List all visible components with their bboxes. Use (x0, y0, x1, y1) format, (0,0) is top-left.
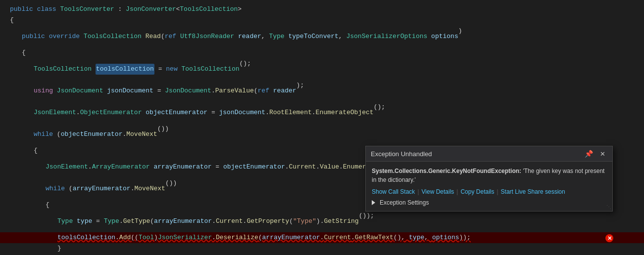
sep-1: | (417, 188, 419, 195)
exception-links: Show Call Stack | View Details | Copy De… (372, 188, 606, 195)
code-line-13: Type type = Type.GetType(arrayEnumerator… (0, 211, 644, 232)
exception-body: System.Collections.Generic.KeyNotFoundEx… (366, 162, 612, 211)
class-name: ToolsConverter (60, 4, 114, 15)
code-line-8: while (objectEnumerator.MoveNext()) (0, 124, 644, 145)
triangle-icon (372, 200, 375, 205)
base-class: JsonConverter (126, 4, 176, 15)
keyword-public: public (10, 4, 33, 15)
start-live-share-link[interactable]: Start Live Share session (501, 188, 565, 195)
generic: <ToolsCollection> (176, 4, 242, 15)
code-line-6: using JsonDocument jsonDocument = JsonDo… (0, 80, 644, 102)
show-call-stack-link[interactable]: Show Call Stack (372, 188, 415, 195)
exception-settings[interactable]: Exception Settings (372, 199, 606, 206)
code-line-15: } (0, 243, 644, 254)
exception-header: Exception Unhandled 📌 ✕ (366, 146, 612, 162)
exception-controls: 📌 ✕ (583, 149, 607, 158)
code-line-2: { (0, 15, 644, 26)
code-line-4: { (0, 47, 644, 58)
error-circle-icon: ✕ (605, 234, 613, 242)
sep-3: | (496, 188, 498, 195)
exception-popup: Exception Unhandled 📌 ✕ System.Collectio… (365, 146, 613, 212)
code-line-14: toolsCollection.Add((Tool)JsonSerializer… (0, 232, 644, 243)
code-line-5: ToolsCollection toolsCollection = new To… (0, 58, 644, 80)
code-line-3: public override ToolsCollection Read(ref… (0, 26, 644, 47)
exception-message: System.Collections.Generic.KeyNotFoundEx… (372, 167, 606, 184)
code-line-7: JsonElement.ObjectEnumerator objectEnume… (0, 102, 644, 124)
brace: { (22, 47, 26, 58)
code-line-1: public class ToolsConverter : JsonConver… (0, 4, 644, 15)
resize-dots-icon: ⋱ (606, 205, 611, 210)
pin-button[interactable]: 📌 (583, 149, 595, 158)
view-details-link[interactable]: View Details (422, 188, 454, 195)
code-editor: public class ToolsConverter : JsonConver… (0, 0, 644, 255)
exception-type: System.Collections.Generic.KeyNotFoundEx… (372, 168, 521, 174)
close-button[interactable]: ✕ (598, 150, 607, 158)
resize-handle[interactable]: ⋱ (606, 205, 612, 211)
exception-settings-label: Exception Settings (380, 199, 429, 206)
brace: { (10, 15, 14, 26)
copy-details-link[interactable]: Copy Details (460, 188, 494, 195)
exception-title: Exception Unhandled (371, 150, 432, 158)
sep-2: | (456, 188, 458, 195)
keyword-class: class (37, 4, 56, 15)
